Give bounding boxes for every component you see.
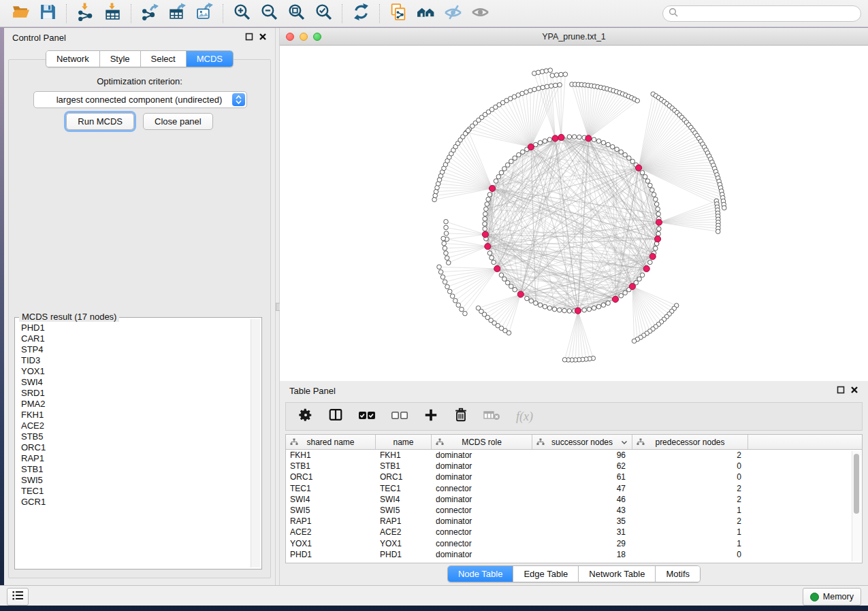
mcds-result-item[interactable]: STP4 xyxy=(21,344,246,355)
float-panel-icon[interactable] xyxy=(245,33,253,43)
search-box[interactable] xyxy=(662,5,861,22)
mcds-result-item[interactable]: YOX1 xyxy=(21,366,246,377)
cell-successor-nodes[interactable]: 47 xyxy=(532,484,632,493)
tab-select[interactable]: Select xyxy=(141,51,187,67)
search-input[interactable] xyxy=(681,8,855,19)
cell-shared-name[interactable]: SWI4 xyxy=(286,495,376,504)
zoom-in-button[interactable] xyxy=(228,3,255,24)
cell-name[interactable]: FKH1 xyxy=(376,450,432,460)
cell-successor-nodes[interactable]: 18 xyxy=(532,550,632,559)
show-all-button[interactable] xyxy=(466,3,494,24)
cell-predecessor-nodes[interactable]: 2 xyxy=(632,484,748,493)
tab-mcds[interactable]: MCDS xyxy=(187,51,233,67)
table-row[interactable]: SWI5SWI5connector431 xyxy=(286,505,862,516)
cell-name[interactable]: ACE2 xyxy=(376,527,432,537)
mcds-result-item[interactable]: PHD1 xyxy=(21,323,246,333)
cell-name[interactable]: STB1 xyxy=(376,461,432,471)
table-tab-node-table[interactable]: Node Table xyxy=(448,566,514,582)
mcds-result-item[interactable]: RAP1 xyxy=(21,453,246,464)
import-network-button[interactable] xyxy=(71,3,99,24)
table-row[interactable]: RAP1RAP1dominator352 xyxy=(286,516,862,527)
cell-mcds-role[interactable]: connector xyxy=(432,506,532,515)
delete-column-button[interactable] xyxy=(453,408,468,425)
cell-shared-name[interactable]: STB1 xyxy=(286,461,376,471)
cell-mcds-role[interactable]: dominator xyxy=(432,550,532,559)
split-panel-button[interactable] xyxy=(328,408,343,425)
cell-successor-nodes[interactable]: 35 xyxy=(532,516,632,526)
cell-name[interactable]: YOX1 xyxy=(376,539,432,548)
cell-shared-name[interactable]: FKH1 xyxy=(286,450,376,460)
export-network-button[interactable] xyxy=(136,3,163,24)
cell-predecessor-nodes[interactable]: 0 xyxy=(632,550,748,559)
mcds-result-item[interactable]: GCR1 xyxy=(21,497,246,508)
save-button[interactable] xyxy=(34,3,61,24)
mcds-result-item[interactable]: STB5 xyxy=(21,431,246,442)
cell-successor-nodes[interactable]: 96 xyxy=(532,450,632,460)
cell-predecessor-nodes[interactable]: 1 xyxy=(632,527,748,537)
memory-button[interactable]: Memory xyxy=(803,588,861,606)
scrollbar-thumb[interactable] xyxy=(854,454,859,514)
network-canvas-svg[interactable] xyxy=(280,46,868,382)
cell-predecessor-nodes[interactable]: 2 xyxy=(632,495,748,504)
cell-shared-name[interactable]: PHD1 xyxy=(286,550,376,559)
optimization-criterion-select[interactable]: largest connected component (undirected) xyxy=(33,91,247,108)
export-image-button[interactable] xyxy=(191,3,218,24)
deselect-all-button[interactable] xyxy=(391,410,408,423)
close-panel-button[interactable]: Close panel xyxy=(143,113,213,130)
cell-mcds-role[interactable]: dominator xyxy=(432,495,532,504)
cell-mcds-role[interactable]: dominator xyxy=(432,516,532,526)
table-row[interactable]: FKH1FKH1dominator962 xyxy=(286,450,862,461)
mcds-result-item[interactable]: ACE2 xyxy=(21,420,246,431)
mcds-result-item[interactable]: FKH1 xyxy=(21,410,246,420)
first-neighbors-button[interactable] xyxy=(412,3,439,24)
cell-shared-name[interactable]: ACE2 xyxy=(286,527,376,537)
cell-successor-nodes[interactable]: 62 xyxy=(532,461,632,471)
table-tab-edge-table[interactable]: Edge Table xyxy=(513,566,579,582)
close-panel-icon[interactable] xyxy=(259,33,267,43)
select-all-button[interactable] xyxy=(358,410,376,423)
cell-successor-nodes[interactable]: 46 xyxy=(532,495,632,504)
cell-name[interactable]: SWI5 xyxy=(376,506,432,515)
column-header-mcds-role[interactable]: MCDS role xyxy=(432,435,532,449)
mcds-result-item[interactable]: TID3 xyxy=(21,355,246,366)
cell-mcds-role[interactable]: connector xyxy=(432,484,532,493)
tab-style[interactable]: Style xyxy=(100,51,141,67)
cell-shared-name[interactable]: YOX1 xyxy=(286,539,376,548)
cell-predecessor-nodes[interactable]: 2 xyxy=(632,450,748,460)
column-header-successor-nodes[interactable]: successor nodes xyxy=(532,435,632,449)
mcds-result-item[interactable]: SWI5 xyxy=(21,475,246,486)
column-header-name[interactable]: name xyxy=(376,435,432,449)
network-window-titlebar[interactable]: YPA_prune.txt_1 xyxy=(280,28,868,46)
cell-predecessor-nodes[interactable]: 0 xyxy=(632,461,748,471)
mcds-result-scrollbar[interactable] xyxy=(251,319,260,567)
mcds-result-item[interactable]: ORC1 xyxy=(21,442,246,453)
mcds-result-item[interactable]: SWI4 xyxy=(21,377,246,388)
mcds-result-item[interactable]: TEC1 xyxy=(21,486,246,497)
cell-mcds-role[interactable]: dominator xyxy=(432,461,532,471)
cell-successor-nodes[interactable]: 61 xyxy=(532,472,632,482)
import-table-button[interactable] xyxy=(99,3,126,24)
table-vertical-scrollbar[interactable] xyxy=(852,451,861,561)
mcds-result-item[interactable]: SRD1 xyxy=(21,388,246,399)
cell-predecessor-nodes[interactable]: 0 xyxy=(632,472,748,482)
cell-predecessor-nodes[interactable]: 1 xyxy=(632,506,748,515)
cell-name[interactable]: TEC1 xyxy=(376,484,432,493)
export-table-button[interactable] xyxy=(163,3,191,24)
cell-shared-name[interactable]: TEC1 xyxy=(286,484,376,493)
mcds-result-item[interactable]: CAR1 xyxy=(21,333,246,344)
cell-name[interactable]: SWI4 xyxy=(376,495,432,504)
cell-shared-name[interactable]: SWI5 xyxy=(286,506,376,515)
table-row[interactable]: TEC1TEC1connector472 xyxy=(286,483,862,494)
zoom-selected-button[interactable] xyxy=(310,3,337,24)
table-row[interactable]: YOX1YOX1connector291 xyxy=(286,538,862,549)
table-row[interactable]: STB1STB1dominator620 xyxy=(286,461,862,472)
mcds-result-item[interactable]: STB1 xyxy=(21,464,246,475)
cell-name[interactable]: PHD1 xyxy=(376,550,432,559)
cell-mcds-role[interactable]: dominator xyxy=(432,472,532,482)
hide-selected-button[interactable] xyxy=(439,3,466,24)
cell-mcds-role[interactable]: connector xyxy=(432,539,532,548)
mcds-result-item[interactable]: PMA2 xyxy=(21,399,246,410)
table-row[interactable]: ACE2ACE2connector311 xyxy=(286,527,862,538)
tab-network[interactable]: Network xyxy=(46,51,100,67)
float-panel-icon[interactable] xyxy=(837,386,845,396)
